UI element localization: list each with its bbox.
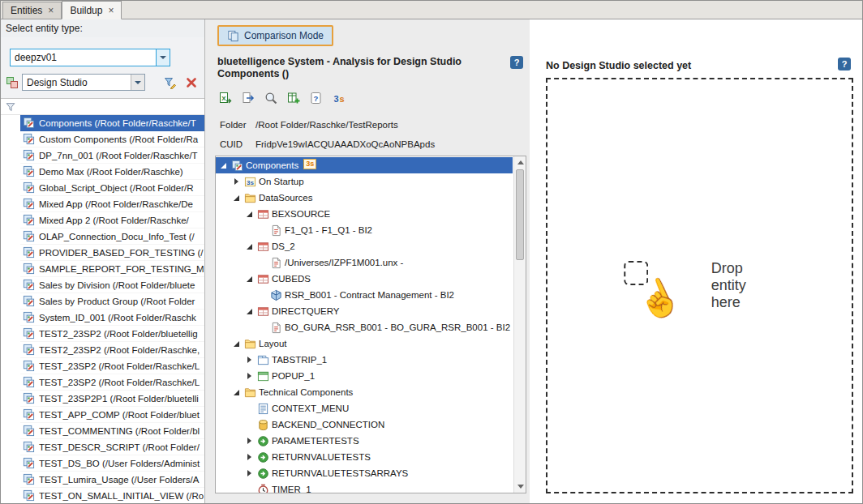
- tree-item[interactable]: DS_2: [216, 238, 513, 254]
- entity-list-item[interactable]: Mixed App (/Root Folder/Raschke/De: [20, 196, 204, 212]
- entity-list-item[interactable]: TEST_DS_BO (/User Folders/Administ: [20, 455, 204, 472]
- tree-expander-icon[interactable]: [232, 387, 242, 397]
- entity-label: Components (/Root Folder/Raschke/T: [39, 118, 196, 128]
- tree-item[interactable]: Components3s: [216, 157, 513, 173]
- entity-list-item[interactable]: TEST_23SP2 (/Root Folder/Raschke/L: [20, 374, 204, 391]
- tree-item[interactable]: F1_Q1 - F1_Q1 - BI2: [216, 222, 513, 238]
- entity-label: Mixed App (/Root Folder/Raschke/De: [39, 199, 193, 209]
- folder-label: Folder: [220, 120, 255, 130]
- help-icon[interactable]: ?: [838, 58, 851, 70]
- clear-filter-button[interactable]: [182, 74, 200, 91]
- svg-text:?: ?: [314, 94, 319, 103]
- entity-list-item[interactable]: TEST_Lumira_Usage (/User Folders/A: [20, 472, 204, 488]
- tab-buildup[interactable]: Buildup ×: [62, 1, 122, 19]
- zoom-button[interactable]: [263, 90, 278, 105]
- scroll-up-icon[interactable]: [514, 156, 526, 169]
- entity-list-item[interactable]: TEST_ON_SMALL_INITIAL_VIEW (/Ro: [20, 488, 204, 503]
- tree-item[interactable]: RETURNVALUETESTSARRAYS: [216, 465, 513, 481]
- entity-list-item[interactable]: Custom Components (/Root Folder/Ra: [20, 131, 204, 147]
- scroll-down-icon[interactable]: [514, 481, 526, 493]
- tree-item[interactable]: 3sOn Startup: [216, 173, 513, 190]
- tree-spacer: [245, 485, 255, 493]
- entity-list-item[interactable]: Global_Script_Object (/Root Folder/R: [20, 180, 204, 196]
- drop-zone[interactable]: ☝ Drop entity here: [546, 78, 853, 493]
- filter-edit-button[interactable]: [161, 74, 179, 91]
- entity-list-item[interactable]: TEST2_23SP2 (/Root Folder/Raschke,: [20, 342, 204, 358]
- tree-item[interactable]: CONTEXT_MENU: [216, 400, 513, 416]
- entity-list-item[interactable]: Components (/Root Folder/Raschke/T: [20, 115, 204, 131]
- design-studio-app-icon: [23, 457, 35, 469]
- export-add-button[interactable]: [286, 90, 301, 105]
- tree-item[interactable]: TABSTRIP_1: [216, 352, 513, 368]
- tree-item[interactable]: Technical Components: [216, 384, 513, 400]
- tree-expander-icon[interactable]: [245, 436, 255, 446]
- tree-expander-icon[interactable]: [232, 339, 242, 348]
- app-window: Entities × Buildup × Select entity type:…: [0, 0, 863, 504]
- entity-label: TEST2_23SP2 (/Root Folder/bluetellig: [39, 329, 198, 339]
- entity-list-item[interactable]: Sales by Division (/Root Folder/bluete: [20, 277, 204, 293]
- tree-item[interactable]: DataSources: [216, 190, 513, 206]
- three-s-button[interactable]: 3s: [331, 90, 346, 105]
- export-button[interactable]: [240, 90, 255, 105]
- tree-item[interactable]: BO_GURA_RSR_B001 - BO_GURA_RSR_B001 - BI…: [216, 319, 513, 335]
- entity-type-dropdown[interactable]: Design Studio: [22, 74, 145, 91]
- tree-item[interactable]: BACKEND_CONNECTION: [216, 416, 513, 433]
- tree-item[interactable]: RETURNVALUETESTS: [216, 449, 513, 465]
- tree-expander-icon[interactable]: [245, 355, 255, 365]
- entity-list-item[interactable]: SAMPLE_REPORT_FOR_TESTING_M (: [20, 261, 204, 277]
- svg-text:3: 3: [334, 94, 339, 104]
- tree-item[interactable]: DIRECTQUERY: [216, 303, 513, 319]
- entity-label: Demo Max (/Root Folder/Raschke): [39, 167, 183, 177]
- tree-item[interactable]: TIMER_1: [216, 481, 513, 493]
- entity-list-item[interactable]: TEST_23SP2 (/Root Folder/Raschke/L: [20, 358, 204, 374]
- tree-item[interactable]: /Universes/IZPF1M001.unx -: [216, 254, 513, 271]
- tree-item[interactable]: CUBEDS: [216, 271, 513, 287]
- help-doc-button[interactable]: ?: [308, 90, 324, 105]
- tab-entities[interactable]: Entities ×: [2, 2, 62, 19]
- system-dropdown[interactable]: deepzv01: [10, 49, 170, 66]
- entity-list-item[interactable]: TEST_23SP2P1 (/Root Folder/bluetelli: [20, 391, 204, 407]
- chevron-down-icon[interactable]: [156, 49, 170, 66]
- close-icon[interactable]: ×: [108, 6, 114, 15]
- entity-list-item[interactable]: DP_7nn_001 (/Root Folder/Raschke/T: [20, 147, 204, 164]
- entity-list-item[interactable]: TEST_COMMENTING (/Root Folder/bl: [20, 423, 204, 439]
- tree-expander-icon[interactable]: [232, 177, 242, 186]
- entity-list-item[interactable]: TEST_DESCR_SCRIPT (/Root Folder/: [20, 439, 204, 455]
- tree-item[interactable]: RSR_B001 - Contract Management - BI2: [216, 287, 513, 303]
- tree-expander-icon[interactable]: [245, 452, 255, 462]
- tree-expander-icon[interactable]: [232, 193, 242, 203]
- tree-item[interactable]: PARAMETERTESTS: [216, 433, 513, 449]
- tree-item[interactable]: POPUP_1: [216, 368, 513, 384]
- entity-list-item[interactable]: TEST2_23SP2 (/Root Folder/bluetellig: [20, 326, 204, 342]
- tree-expander-icon[interactable]: [245, 241, 255, 251]
- design-studio-app-icon: [23, 376, 35, 388]
- help-icon[interactable]: ?: [510, 56, 523, 69]
- entity-list-item[interactable]: PROVIDER_BASED_FOR_TESTING (/: [20, 245, 204, 261]
- contextmenu-icon: [257, 403, 269, 415]
- three-s-icon: 3s: [333, 92, 345, 105]
- comparison-mode-button[interactable]: Comparison Mode: [217, 25, 333, 46]
- entity-list-item[interactable]: TEST_APP_COMP (/Root Folder/bluet: [20, 407, 204, 423]
- entity-label: Sales by Division (/Root Folder/bluete: [39, 280, 195, 290]
- tree-item-label: /Universes/IZPF1M001.unx -: [285, 258, 403, 267]
- tree-expander-icon[interactable]: [245, 306, 255, 316]
- design-studio-app-icon: [23, 149, 35, 161]
- close-icon[interactable]: ×: [48, 6, 54, 15]
- tree-expander-icon[interactable]: [245, 468, 255, 478]
- entity-list-item[interactable]: Mixed App 2 (/Root Folder/Raschke/: [20, 212, 204, 229]
- scrollbar-thumb[interactable]: [516, 169, 524, 260]
- chevron-down-icon[interactable]: [131, 75, 144, 90]
- entity-list-item[interactable]: Demo Max (/Root Folder/Raschke): [20, 164, 204, 180]
- tree-expander-icon[interactable]: [245, 209, 255, 219]
- tree-item[interactable]: BEXSOURCE: [216, 206, 513, 222]
- list-filter-row[interactable]: [1, 98, 204, 115]
- tree-expander-icon[interactable]: [245, 371, 255, 381]
- tree-expander-icon[interactable]: [219, 160, 229, 170]
- entity-list-item[interactable]: Sales by Product Group (/Root Folder: [20, 293, 204, 310]
- entity-list-item[interactable]: OLAP_Connection_Docu_Info_Test (/: [20, 229, 204, 245]
- export-excel-button[interactable]: X: [217, 90, 233, 105]
- tree-expander-icon[interactable]: [245, 274, 255, 284]
- tree-scrollbar[interactable]: [513, 156, 526, 493]
- entity-list-item[interactable]: System_ID_001 (/Root Folder/Raschk: [20, 310, 204, 326]
- tree-item[interactable]: Layout: [216, 335, 513, 352]
